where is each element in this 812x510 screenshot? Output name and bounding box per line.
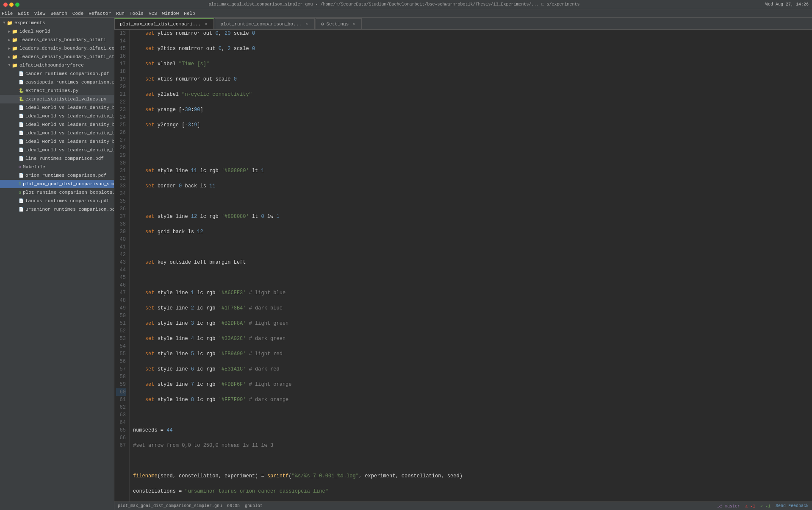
sidebar-label-iw-taurus: ideal_world vs leaders_density_boundary_… — [25, 139, 114, 144]
gear-icon: ⚙ — [321, 21, 324, 27]
pdf-icon: 📄 — [19, 198, 24, 203]
py-icon: 🐍 — [19, 88, 24, 93]
folder-icon: 📁 — [12, 46, 18, 51]
tab-plot-runtime[interactable]: plot_runtime_comparison_bo... ✕ — [215, 18, 314, 29]
menu-help[interactable]: Help — [184, 11, 195, 16]
menu-search[interactable]: Search — [50, 11, 67, 16]
sidebar-label-extract-statistical: extract_statistical_values.py — [25, 97, 106, 102]
sidebar-label-taurus-runtimes: taurus runtimes comparison.pdf — [25, 198, 109, 203]
sidebar-root-item[interactable]: ▼ 📁 experiments — [0, 19, 114, 27]
status-filename: plot_max_goal_dist_comparison_simpler.gn… — [118, 504, 222, 508]
folder-icon: 📁 — [7, 20, 13, 26]
expand-arrow-icon: ▶ — [7, 37, 12, 42]
feedback-button[interactable]: Send Feedback — [776, 504, 809, 508]
sidebar-item-leaders-density[interactable]: ▶ 📁 leaders_density_boundary_olfati — [0, 36, 114, 44]
pdf-icon: 📄 — [19, 122, 24, 127]
tab-close-icon[interactable]: ✕ — [203, 22, 208, 27]
sidebar-item-ideal-world[interactable]: ▶ 📁 ideal_world — [0, 27, 114, 36]
datetime-label: Wed Aug 27, 14:26 — [765, 2, 809, 7]
folder-icon: 📁 — [12, 29, 18, 34]
sidebar-item-line-runtimes[interactable]: ▶ 📄 line runtimes comparison.pdf — [0, 154, 114, 163]
tab-settings-label: Settings — [327, 22, 349, 27]
sidebar-item-olfati[interactable]: ▼ 📁 olfatiwithboundaryforce — [0, 61, 114, 70]
code-content[interactable]: set ytics nomirror out 0, 20 scale 0 set… — [130, 30, 812, 502]
sidebar-item-iw-vs-line[interactable]: ▶ 📄 ideal_world vs leaders_density_bound… — [0, 120, 114, 129]
sidebar-label-plot-max-gnu: plot_max_goal_dist_comparison_simpler.gn… — [23, 181, 114, 187]
status-right: ⎇ master ⚠ -1 ✓ -1 Send Feedback — [717, 504, 809, 509]
sidebar: ▼ 📁 experiments ▶ 📁 ideal_world ▶ 📁 lead… — [0, 18, 114, 510]
gnu-icon: G — [19, 182, 21, 187]
menu-file[interactable]: File — [2, 11, 13, 16]
menu-edit[interactable]: Edit — [18, 11, 29, 16]
tab-close-settings-icon[interactable]: ✕ — [351, 22, 356, 27]
sidebar-item-extract-statistical-py[interactable]: ▶ 🐍 extract_statistical_values.py — [0, 95, 114, 103]
sidebar-label-leaders-connectivity: leaders_density_boundary_olfati_connecti… — [19, 46, 114, 51]
sidebar-label-iw-line: ideal_world vs leaders_density_boundary_… — [25, 122, 114, 127]
sidebar-item-leaders-steiner[interactable]: ▶ 📁 leaders_density_boundary_olfati_stei… — [0, 53, 114, 61]
sidebar-item-iw-vs-orion[interactable]: ▶ 📄 ideal_world vs leaders_density_bound… — [0, 129, 114, 137]
menu-window[interactable]: Window — [162, 11, 179, 16]
py-icon: 🐍 — [19, 97, 24, 102]
gnu-icon: G — [19, 190, 21, 195]
maximize-window-icon[interactable] — [15, 3, 19, 7]
pdf-icon: 📄 — [19, 80, 24, 85]
sidebar-item-plot-max-gnu[interactable]: ▶ G plot_max_goal_dist_comparison_simple… — [0, 180, 114, 188]
tab-settings[interactable]: ⚙ Settings ✕ — [316, 18, 362, 29]
sidebar-item-cancer-pdf[interactable]: ▶ 📄 cancer runtimes comparison.pdf — [0, 70, 114, 78]
sidebar-item-plot-runtime-gnu[interactable]: ▶ G plot_runtime_comparison_boxplots.gnu — [0, 188, 114, 197]
sidebar-label-plot-runtime-gnu: plot_runtime_comparison_boxplots.gnu — [23, 190, 114, 195]
menu-code[interactable]: Code — [72, 11, 83, 16]
sidebar-item-extract-runtimes-py[interactable]: ▶ 🐍 extract_runtimes.py — [0, 86, 114, 95]
code-editor[interactable]: 1314151617 1819202122 2324252627 2829303… — [114, 30, 812, 502]
menu-vcs[interactable]: VCS — [149, 11, 157, 16]
sidebar-label-ideal-world: ideal_world — [19, 29, 50, 34]
expand-arrow-icon: ▶ — [7, 46, 12, 51]
tab-bar: plot_max_goal_dist_compari... ✕ plot_run… — [114, 18, 812, 30]
sidebar-label-cancer-pdf: cancer runtimes comparison.pdf — [25, 71, 109, 76]
tab-close-icon[interactable]: ✕ — [304, 22, 309, 27]
status-bar: plot_max_goal_dist_comparison_simpler.gn… — [114, 502, 812, 510]
status-position: 60:35 — [227, 504, 240, 508]
sidebar-item-makefile[interactable]: ▶ ⚙ Makefile — [0, 163, 114, 171]
expand-arrow-icon: ▶ — [7, 29, 12, 34]
sidebar-label-leaders-steiner: leaders_density_boundary_olfati_steiner — [19, 54, 114, 59]
sidebar-label-leaders-density: leaders_density_boundary_olfati — [19, 37, 106, 42]
menu-tools[interactable]: Tools — [130, 11, 144, 16]
window-controls[interactable] — [3, 3, 19, 7]
sidebar-item-iw-vs-taurus[interactable]: ▶ 📄 ideal_world vs leaders_density_bound… — [0, 137, 114, 146]
sidebar-item-orion-runtimes[interactable]: ▶ 📄 orion runtimes comparison.pdf — [0, 171, 114, 180]
sidebar-item-taurus-runtimes[interactable]: ▶ 📄 taurus runtimes comparison.pdf — [0, 197, 114, 205]
expand-arrow-icon: ▶ — [7, 54, 12, 59]
sidebar-label-olfati: olfatiwithboundaryforce — [19, 63, 84, 68]
status-errors: ⚠ -1 — [745, 504, 755, 509]
folder-icon: 📁 — [12, 54, 18, 60]
sidebar-label-iw-ursaminor: ideal_world vs leaders_density_boundary_… — [25, 148, 114, 153]
sidebar-item-cassiopeia-pdf[interactable]: ▶ 📄 cassiopeia runtimes comparison.pdf — [0, 78, 114, 86]
minimize-window-icon[interactable] — [9, 3, 14, 7]
sidebar-item-ursaminor-runtimes[interactable]: ▶ 📄 ursaminor runtimes comparison.pdf — [0, 205, 114, 214]
status-warnings: ✓ -1 — [760, 504, 770, 509]
pdf-icon: 📄 — [19, 114, 24, 119]
pdf-icon: 📄 — [19, 105, 24, 110]
tab-plot-max[interactable]: plot_max_goal_dist_compari... ✕ — [114, 18, 214, 29]
sidebar-label-line-runtimes: line runtimes comparison.pdf — [25, 156, 104, 161]
menu-view[interactable]: View — [34, 11, 45, 16]
sidebar-item-iw-vs-cancer[interactable]: ▶ 📄 ideal_world vs leaders_density_bound… — [0, 103, 114, 112]
sidebar-item-iw-vs-cassiopeia[interactable]: ▶ 📄 ideal_world vs leaders_density_bound… — [0, 112, 114, 120]
folder-icon: 📁 — [12, 37, 18, 43]
tab-label-plot-runtime: plot_runtime_comparison_bo... — [220, 22, 301, 27]
sidebar-label-extract-runtimes: extract_runtimes.py — [25, 88, 78, 93]
line-numbers: 1314151617 1819202122 2324252627 2829303… — [114, 30, 130, 502]
sidebar-item-leaders-connectivity[interactable]: ▶ 📁 leaders_density_boundary_olfati_conn… — [0, 44, 114, 53]
pdf-icon: 📄 — [19, 139, 24, 144]
pdf-icon: 📄 — [19, 131, 24, 136]
pdf-icon: 📄 — [19, 148, 24, 153]
pdf-icon: 📄 — [19, 207, 24, 212]
sidebar-label-iw-cassiopeia: ideal_world vs leaders_density_boundary_… — [25, 114, 114, 119]
status-filetype: gnuplot — [245, 504, 263, 508]
pdf-icon: 📄 — [19, 156, 24, 161]
sidebar-item-iw-vs-ursaminor[interactable]: ▶ 📄 ideal_world vs leaders_density_bound… — [0, 146, 114, 154]
close-window-icon[interactable] — [3, 3, 8, 7]
menu-run[interactable]: Run — [116, 11, 125, 16]
menu-refactor[interactable]: Refactor — [89, 11, 111, 16]
